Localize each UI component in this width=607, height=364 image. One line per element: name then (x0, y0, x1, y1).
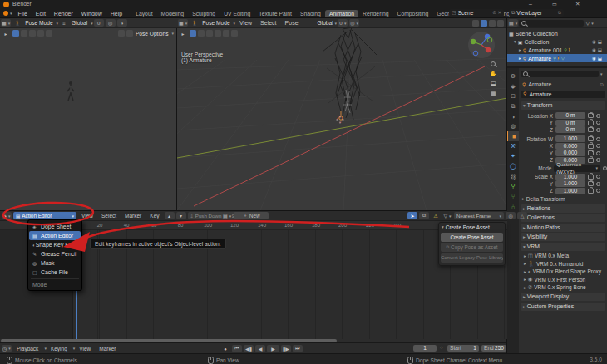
tab-object-data[interactable]: ⚲ (507, 181, 519, 191)
workspace-tab-rendering[interactable]: Rendering (358, 10, 392, 17)
vrm-section[interactable]: ▾VRM (521, 243, 605, 251)
vrm-spring-bone-item[interactable]: ▸✆VRM 0.x Spring Bone (524, 283, 607, 292)
tab-world[interactable]: ◍ (507, 121, 519, 131)
rotation-y-field[interactable]: 0.000 (555, 150, 585, 156)
move-tool[interactable] (215, 30, 221, 37)
object-name-field[interactable]: ⚲ Armature (521, 91, 605, 98)
layer-down-icon[interactable]: ▾ (176, 212, 186, 219)
workspace-tab-texture-paint[interactable]: Texture Paint (254, 10, 296, 17)
animate-icon[interactable] (596, 189, 600, 193)
hide-icon[interactable]: ◉ (592, 47, 598, 52)
layer-up-icon[interactable]: ▴ (165, 212, 175, 219)
lock-icon[interactable] (588, 189, 594, 194)
tab-physics[interactable]: ◯ (507, 161, 519, 171)
menu-item-cache-file[interactable]: ▢Cache File (29, 268, 81, 277)
lock-icon[interactable] (588, 150, 594, 155)
tab-render[interactable]: ⬙ (507, 81, 519, 91)
lock-icon[interactable] (588, 127, 594, 132)
lock-icon[interactable] (588, 121, 594, 125)
transform-section-header[interactable]: ▾Transform (521, 101, 605, 110)
animate-icon[interactable] (596, 121, 600, 125)
pin-icon[interactable]: ⊙ (600, 81, 604, 87)
cursor-tool[interactable] (206, 30, 213, 37)
menu-render[interactable]: Render (50, 11, 77, 17)
menu-item-dope-sheet[interactable]: ◈Dope Sheet (29, 222, 81, 231)
vrm-first-person-item[interactable]: ▸◉VRM 0.x First Person (524, 276, 607, 284)
animate-icon[interactable] (596, 151, 600, 155)
outliner-search-input[interactable] (519, 20, 584, 27)
vrm-humanoid-item[interactable]: ▸🚶VRM 0.x Humanoid (524, 260, 607, 268)
orientation-dropdown[interactable]: Global (72, 20, 87, 26)
properties-options-icon[interactable]: ▾ (600, 71, 603, 76)
rotation-x-field[interactable]: 0.000 (555, 143, 585, 150)
snap-mode-dropdown[interactable]: Nearest Frame▾ (454, 212, 504, 219)
scale-z-field[interactable]: 1.000 (555, 188, 585, 194)
animate-icon[interactable] (596, 158, 600, 162)
menu-keying[interactable]: Keying (47, 346, 72, 352)
motion-paths-section[interactable]: ▸Motion Paths (521, 224, 605, 232)
new-action-button[interactable]: ＋New (234, 212, 269, 219)
current-frame-field[interactable]: 1 (413, 345, 437, 352)
outliner-display-mode-icon[interactable]: ▤▾ (508, 19, 518, 27)
tab-bone[interactable]: ⑂ (507, 191, 519, 201)
shading-wireframe-icon[interactable] (472, 20, 479, 27)
frame-start-field[interactable]: Start1 (447, 345, 479, 352)
rotate-tool[interactable] (223, 30, 229, 37)
convert-legacy-pose-library-button[interactable]: Convert Legacy Pose Library (441, 253, 503, 263)
menu-select[interactable]: Select (256, 20, 280, 26)
animate-icon[interactable] (596, 175, 600, 179)
animate-icon[interactable] (596, 128, 600, 132)
disable-render-icon[interactable]: ⬓ (598, 47, 604, 52)
menu-view[interactable]: View (77, 213, 97, 219)
lock-icon[interactable] (588, 113, 594, 118)
select-box-tool[interactable] (21, 30, 27, 37)
lock-icon[interactable] (588, 158, 594, 163)
rotation-mode-dropdown[interactable]: Quaternion (WXYZ)▾ (554, 165, 600, 172)
auto-keying-button[interactable]: ● (220, 345, 230, 352)
snap-magnet-icon[interactable]: ∪▾ (338, 19, 348, 27)
menu-item-action-editor[interactable]: ▤Action Editor (29, 231, 81, 240)
hide-icon[interactable]: ◉ (592, 56, 598, 61)
app-menu-button[interactable]: ▾ (2, 10, 13, 17)
editor-type-button[interactable]: ◷▾ (2, 345, 12, 352)
snap-magnet-icon[interactable]: ∪ (94, 19, 104, 27)
vrm-meta-item[interactable]: ▸◫VRM 0.x Meta (524, 252, 607, 260)
jump-to-end-button[interactable]: ⏭ (293, 345, 303, 352)
maximize-button[interactable]: ▭ (552, 1, 557, 7)
outliner-row-scene-collection[interactable]: ▦ Scene Collection (507, 29, 607, 37)
animate-icon[interactable] (596, 137, 600, 141)
rotation-w-field[interactable]: 1.000 (555, 135, 585, 142)
select-tweak-tool[interactable] (12, 30, 19, 37)
menu-item-mask[interactable]: ◍Mask (29, 258, 81, 268)
zoom-icon[interactable] (490, 61, 497, 67)
collections-section[interactable]: ▸Collections (521, 214, 605, 222)
scale-y-field[interactable]: 1.000 (555, 180, 585, 187)
dopesheet-mode-dropdown[interactable]: ▤ Action Editor ▾ (13, 212, 76, 219)
toggle-perspective-icon[interactable]: ▦ (490, 91, 497, 97)
play-button[interactable]: ▶ (267, 345, 279, 352)
frame-end-field[interactable]: End250 (481, 345, 506, 352)
toolbar-toggle-icon[interactable]: ▸ (1, 30, 11, 37)
gizmo-toggle-icon[interactable] (118, 30, 125, 37)
proportional-edit-icon[interactable]: ◎▾ (349, 19, 359, 27)
select-tweak-tool[interactable] (190, 30, 196, 37)
tab-output[interactable]: ⊡ (507, 91, 519, 101)
animate-icon[interactable] (596, 114, 600, 118)
tab-tool[interactable]: ⚙ (507, 71, 519, 81)
workspace-tab-sculpting[interactable]: Sculpting (188, 10, 220, 17)
mode-dropdown[interactable]: Pose Mode (25, 20, 52, 26)
lock-icon[interactable] (588, 136, 594, 141)
ghost-icon[interactable]: △ (517, 212, 527, 219)
workspace-tab-animation[interactable]: Animation (325, 10, 358, 17)
push-down-button[interactable]: ⇩Push Down (188, 212, 225, 219)
proportional-edit-icon[interactable]: ◎ (506, 212, 516, 219)
tab-modifiers[interactable]: ⚒ (507, 141, 519, 151)
next-keyframe-button[interactable]: ▮▶ (281, 345, 291, 352)
animate-icon[interactable] (596, 144, 600, 148)
menu-marker[interactable]: Marker (121, 213, 146, 219)
scale-x-field[interactable]: 1.000 (555, 174, 585, 180)
tab-bone-constraints[interactable]: ⑃ (507, 201, 519, 211)
move-tool[interactable] (37, 30, 44, 37)
menu-pose[interactable]: Pose (281, 20, 303, 26)
menu-item-shape-key-editor[interactable]: ◐Shape Key Editor (29, 240, 81, 249)
